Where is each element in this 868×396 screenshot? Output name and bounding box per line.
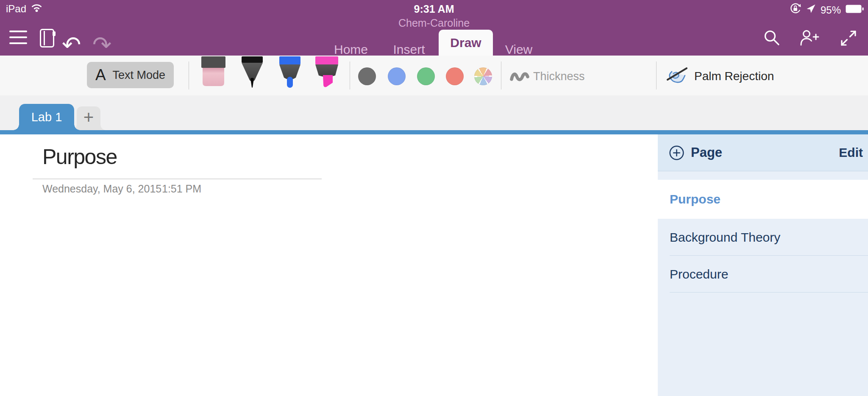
battery-percent: 95%	[821, 4, 841, 16]
palm-rejection-icon[interactable]	[666, 66, 688, 87]
fullscreen-expand-icon[interactable]	[839, 29, 858, 49]
text-mode-a-icon: A	[95, 66, 106, 84]
toolbar-divider	[189, 61, 189, 89]
page-title[interactable]: Purpose	[42, 145, 117, 169]
tab-view[interactable]: View	[498, 42, 540, 57]
thickness-label[interactable]: Thickness	[533, 70, 585, 83]
ribbon-row: ↶ ↷ Home Insert Draw View	[0, 19, 868, 56]
ink-color-blue[interactable]	[388, 67, 406, 85]
toolbar-divider	[501, 61, 501, 89]
tab-home[interactable]: Home	[330, 42, 372, 57]
section-color-bar	[0, 130, 868, 134]
add-section-tab[interactable]: +	[77, 106, 100, 130]
notebooks-icon[interactable]	[40, 29, 54, 47]
text-mode-label: Text Mode	[113, 69, 166, 82]
eraser-tool[interactable]	[200, 56, 227, 89]
status-right: 95%	[789, 3, 864, 17]
app-header: iPad 9:31 AM Chem-Caroline	[0, 0, 868, 56]
page-date: Wednesday, May 6, 2015	[42, 183, 161, 195]
ink-color-gray[interactable]	[358, 67, 376, 85]
page-canvas[interactable]: Purpose Wednesday, May 6, 2015 1:51 PM	[0, 134, 658, 396]
sidebar-header: Page Edit	[658, 134, 868, 171]
add-page-plus-icon	[669, 145, 684, 161]
undo-icon[interactable]: ↶	[62, 36, 81, 53]
add-page-button[interactable]: Page	[669, 145, 722, 161]
thickness-wave-icon[interactable]	[509, 70, 530, 84]
page-list-item-purpose[interactable]: Purpose	[658, 180, 868, 219]
edit-button[interactable]: Edit	[839, 145, 863, 160]
palm-rejection-label[interactable]: Palm Rejection	[694, 70, 774, 83]
toolbar-divider	[350, 61, 350, 89]
page-list: Purpose Background Theory Procedure	[658, 171, 868, 293]
page-list-item-procedure[interactable]: Procedure	[658, 256, 868, 293]
pink-highlighter-tool[interactable]	[314, 56, 340, 90]
section-tab-lab1[interactable]: Lab 1	[19, 104, 74, 130]
title-underline	[33, 178, 322, 179]
tab-insert[interactable]: Insert	[388, 42, 430, 57]
text-mode-button[interactable]: A Text Mode	[87, 62, 174, 88]
draw-toolbar: A Text Mode	[0, 56, 868, 96]
page-list-item-background-theory[interactable]: Background Theory	[658, 219, 868, 256]
ink-color-green[interactable]	[417, 67, 435, 85]
location-icon	[806, 4, 816, 16]
add-page-label: Page	[691, 145, 722, 160]
redo-icon[interactable]: ↷	[92, 36, 111, 53]
battery-icon	[846, 4, 864, 16]
page-time: 1:51 PM	[162, 183, 201, 195]
search-icon[interactable]	[763, 29, 781, 48]
ink-color-red[interactable]	[446, 67, 464, 85]
black-pen-tool[interactable]	[241, 56, 264, 91]
clock: 9:31 AM	[0, 3, 868, 15]
tab-draw[interactable]: Draw	[439, 30, 493, 56]
blue-pen-tool[interactable]	[278, 56, 302, 91]
onenote-app: iPad 9:31 AM Chem-Caroline	[0, 0, 868, 396]
color-wheel-icon[interactable]	[474, 67, 492, 85]
pages-sidebar: Page Edit Purpose Background Theory Proc…	[658, 134, 868, 396]
share-people-icon[interactable]	[799, 29, 820, 48]
rotation-lock-icon	[789, 3, 801, 17]
toolbar-divider	[656, 61, 657, 89]
section-tab-strip: + Lab 1	[0, 95, 868, 130]
hamburger-menu-icon[interactable]	[9, 31, 27, 44]
